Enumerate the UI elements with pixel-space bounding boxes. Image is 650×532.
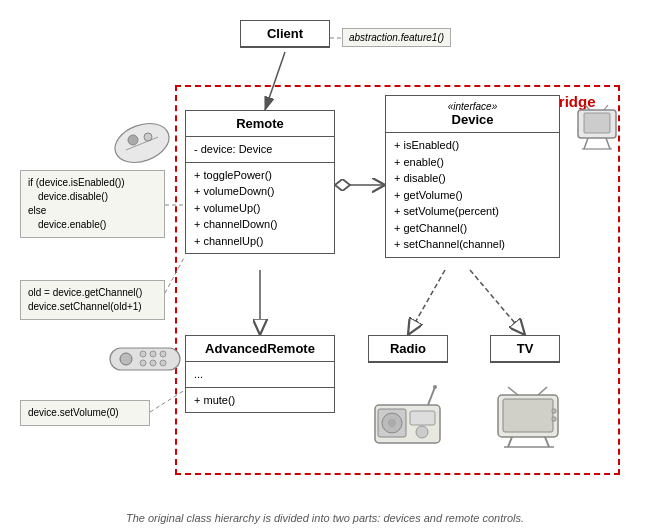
note3-line0: device.setVolume(0): [28, 406, 142, 420]
svg-point-28: [140, 360, 146, 366]
note1-line1: device.disable(): [28, 190, 157, 204]
svg-line-11: [150, 390, 185, 412]
client-title: Client: [241, 21, 329, 47]
remote-icon-bottomleft: [108, 340, 183, 382]
caption: The original class hierarchy is divided …: [126, 512, 524, 524]
note1-line0: if (device.isEnabled()): [28, 176, 157, 190]
remote-icon-topleft: [108, 115, 176, 174]
device-method-3: + getVolume(): [394, 187, 551, 204]
device-box: «interface» Device + isEnabled() + enabl…: [385, 95, 560, 258]
device-method-6: + setChannel(channel): [394, 236, 551, 253]
svg-point-30: [160, 360, 166, 366]
radio-box: Radio: [368, 335, 448, 363]
device-name: Device: [452, 112, 494, 127]
svg-point-29: [150, 360, 156, 366]
remote-method-3: + channelDown(): [194, 216, 326, 233]
svg-rect-40: [503, 399, 553, 432]
device-title: «interface» Device: [386, 96, 559, 133]
svg-point-38: [433, 385, 437, 389]
remote-method-2: + volumeUp(): [194, 200, 326, 217]
svg-line-45: [538, 387, 547, 395]
svg-rect-46: [552, 409, 556, 413]
remote-title: Remote: [186, 111, 334, 137]
svg-line-42: [545, 437, 549, 447]
remote-method-0: + togglePower(): [194, 167, 326, 184]
svg-line-8: [470, 270, 525, 335]
svg-line-7: [408, 270, 445, 335]
remote-fields: - device: Device: [186, 137, 334, 163]
note2-line1: device.setChannel(old+1): [28, 300, 157, 314]
remote-method-4: + channelUp(): [194, 233, 326, 250]
svg-rect-35: [410, 411, 435, 425]
tv-title: TV: [491, 336, 559, 362]
remote-field-device: - device: Device: [194, 141, 326, 158]
svg-point-27: [160, 351, 166, 357]
device-method-4: + setVolume(percent): [394, 203, 551, 220]
radio-title: Radio: [369, 336, 447, 362]
device-method-1: + enable(): [394, 154, 551, 171]
svg-line-19: [606, 138, 610, 149]
note1-line2: else: [28, 204, 157, 218]
note2-line0: old = device.getChannel(): [28, 286, 157, 300]
advanced-remote-field-0: ...: [194, 366, 326, 383]
advanced-remote-title: AdvancedRemote: [186, 336, 334, 362]
svg-line-41: [508, 437, 512, 447]
remote-box: Remote - device: Device + togglePower() …: [185, 110, 335, 254]
tv-icon-topright: [570, 105, 625, 159]
diagram-container: Bridge: [0, 0, 650, 532]
client-box: Client: [240, 20, 330, 48]
remote-method-1: + volumeDown(): [194, 183, 326, 200]
svg-rect-47: [552, 417, 556, 421]
note-set-volume: device.setVolume(0): [20, 400, 150, 426]
radio-illustration: [370, 385, 445, 454]
svg-point-25: [140, 351, 146, 357]
tv-illustration: [490, 385, 570, 454]
note-if-else: if (device.isEnabled()) device.disable()…: [20, 170, 165, 238]
svg-line-44: [508, 387, 518, 395]
feature-callout: abstraction.feature1(): [342, 28, 451, 47]
advanced-remote-box: AdvancedRemote ... + mute(): [185, 335, 335, 413]
note1-line3: device.enable(): [28, 218, 157, 232]
tv-box: TV: [490, 335, 560, 363]
device-method-2: + disable(): [394, 170, 551, 187]
advanced-remote-methods: + mute(): [186, 388, 334, 413]
svg-line-37: [428, 387, 435, 405]
svg-line-4: [265, 52, 285, 110]
svg-point-26: [150, 351, 156, 357]
svg-rect-17: [584, 113, 610, 133]
remote-methods: + togglePower() + volumeDown() + volumeU…: [186, 163, 334, 254]
note-get-channel: old = device.getChannel() device.setChan…: [20, 280, 165, 320]
advanced-remote-fields: ...: [186, 362, 334, 388]
device-methods: + isEnabled() + enable() + disable() + g…: [386, 133, 559, 257]
svg-point-13: [128, 135, 138, 145]
device-method-5: + getChannel(): [394, 220, 551, 237]
advanced-remote-method-0: + mute(): [194, 392, 326, 409]
device-method-0: + isEnabled(): [394, 137, 551, 154]
svg-point-12: [110, 117, 175, 170]
svg-line-10: [165, 256, 185, 293]
svg-point-24: [120, 353, 132, 365]
device-stereotype: «interface»: [394, 101, 551, 112]
svg-point-36: [416, 426, 428, 438]
svg-line-18: [584, 138, 588, 149]
svg-point-34: [388, 419, 396, 427]
